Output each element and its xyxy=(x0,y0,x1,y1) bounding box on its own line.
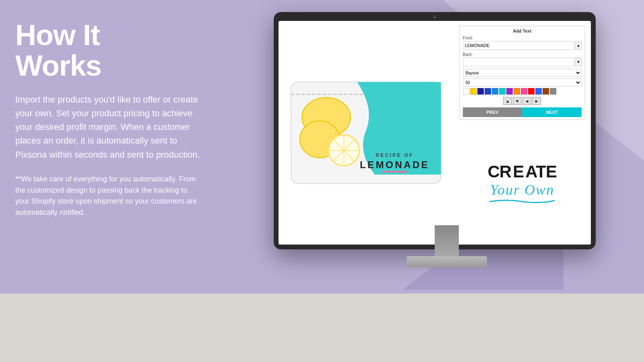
font-dropdown-row: Baysoir xyxy=(463,69,582,77)
monitor-mockup: RECIPE OF LEMONADE Add Text Front: ▲ xyxy=(274,12,620,306)
color-red[interactable] xyxy=(528,88,535,95)
monitor-base xyxy=(407,256,487,267)
next-button[interactable]: NEXT xyxy=(522,107,582,117)
move-up-btn[interactable]: ▲ xyxy=(503,97,512,105)
color-white[interactable] xyxy=(463,88,469,95)
panel-title: Add Text xyxy=(463,29,582,33)
color-pink[interactable] xyxy=(521,88,527,95)
swoosh-underline xyxy=(486,198,558,206)
back-label: Back: xyxy=(463,52,582,57)
move-left-btn[interactable]: ◄ xyxy=(522,97,531,105)
svg-text:LEMONADE: LEMONADE xyxy=(360,159,429,170)
add-text-panel: Add Text Front: ▲ Back: ▼ xyxy=(459,26,585,120)
product-preview-panel: RECIPE OF LEMONADE xyxy=(279,21,454,245)
pouch-product-image: RECIPE OF LEMONADE xyxy=(287,29,446,237)
prev-button[interactable]: PREV xyxy=(463,107,522,117)
size-select[interactable]: 50 xyxy=(463,78,582,86)
move-down-btn[interactable]: ▼ xyxy=(513,97,522,105)
monitor-neck xyxy=(435,225,459,257)
left-content-area: How It Works Import the products you'd l… xyxy=(15,20,200,218)
screen-content: RECIPE OF LEMONADE Add Text Front: ▲ xyxy=(279,21,591,245)
your-own-text: Your Own xyxy=(490,181,554,198)
footnote-text: **We take care of everything for you aut… xyxy=(15,174,200,219)
scroll-down-btn[interactable]: ▼ xyxy=(575,58,582,66)
move-right-btn[interactable]: ► xyxy=(532,97,541,105)
page-title: How It Works xyxy=(15,20,200,81)
navigation-buttons: PREV NEXT xyxy=(463,107,582,117)
color-blue[interactable] xyxy=(485,88,491,95)
color-purple[interactable] xyxy=(506,88,513,95)
create-text-ate: ATE xyxy=(525,162,557,181)
monitor-outer-bezel: RECIPE OF LEMONADE Add Text Front: ▲ xyxy=(274,12,596,249)
create-logo: CR E ATE xyxy=(487,162,557,181)
camera-icon xyxy=(433,15,436,19)
back-input-row: ▼ xyxy=(463,58,582,66)
title-line1: How It xyxy=(15,19,100,51)
front-label: Front: xyxy=(463,36,582,40)
create-your-own-section: CR E ATE Your Own xyxy=(459,128,585,240)
color-orange[interactable] xyxy=(514,88,520,95)
svg-rect-11 xyxy=(382,171,408,172)
create-text: CR xyxy=(487,162,511,181)
color-yellow[interactable] xyxy=(470,88,477,95)
create-text-e: E xyxy=(513,162,524,181)
color-brown[interactable] xyxy=(543,88,549,95)
color-gray[interactable] xyxy=(550,88,556,95)
size-dropdown-row: 50 xyxy=(463,78,582,86)
color-palette xyxy=(463,88,582,95)
svg-text:RECIPE OF: RECIPE OF xyxy=(376,152,414,158)
scroll-up-btn[interactable]: ▲ xyxy=(575,41,582,50)
font-select[interactable]: Baysoir xyxy=(463,69,582,77)
monitor-top-bezel xyxy=(277,15,592,19)
monitor-screen: RECIPE OF LEMONADE Add Text Front: ▲ xyxy=(279,21,591,245)
front-text-input[interactable] xyxy=(463,41,574,50)
color-cyan[interactable] xyxy=(499,88,506,95)
back-text-input[interactable] xyxy=(463,58,574,66)
description-text: Import the products you'd like to offer … xyxy=(15,93,200,161)
color-lightblue[interactable] xyxy=(492,88,498,95)
front-input-row: ▲ xyxy=(463,41,582,50)
color-brightblue[interactable] xyxy=(535,88,542,95)
arrow-controls: ▲ ▼ ◄ ► xyxy=(463,97,582,105)
controls-panel: Add Text Front: ▲ Back: ▼ xyxy=(454,21,591,245)
color-darkblue[interactable] xyxy=(477,88,484,95)
title-line2: Works xyxy=(15,49,101,82)
